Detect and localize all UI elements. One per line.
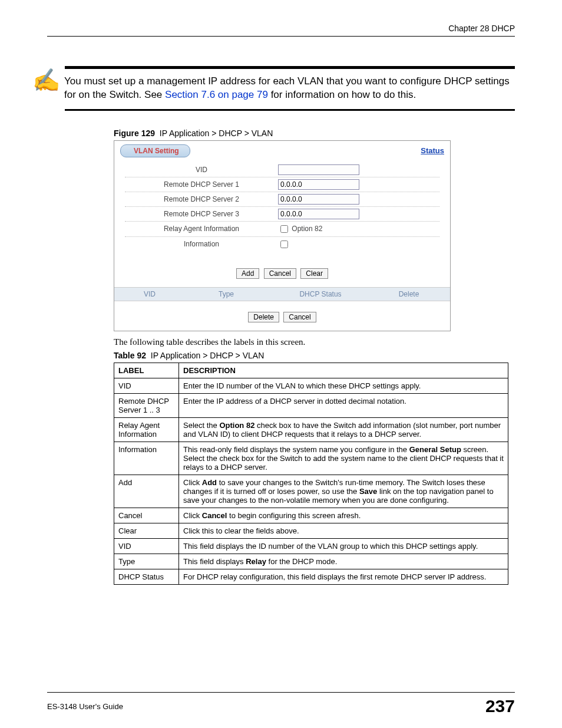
- cell-desc: Click Add to save your changes to the Sw…: [179, 475, 508, 508]
- status-link[interactable]: Status: [421, 146, 444, 155]
- panel-tab: VLAN Setting: [120, 144, 190, 157]
- cell-label: DHCP Status: [114, 569, 179, 584]
- info-checkbox[interactable]: [280, 241, 288, 248]
- delete-button[interactable]: Delete: [248, 312, 279, 322]
- server2-input[interactable]: [278, 194, 359, 205]
- cell-label: VID: [114, 378, 179, 393]
- description-table: LABEL DESCRIPTION VIDEnter the ID number…: [114, 363, 508, 585]
- table-row: AddClick Add to save your changes to the…: [114, 475, 508, 508]
- screenshot-panel: VLAN Setting Status VID Remote DHCP Serv…: [114, 140, 451, 331]
- cell-label: Remote DHCP Server 1 .. 3: [114, 393, 179, 417]
- cell-label: Cancel: [114, 508, 179, 523]
- footer-left: ES-3148 User's Guide: [47, 702, 123, 711]
- table-caption: Table 92 IP Application > DHCP > VLAN: [114, 351, 515, 360]
- cell-desc: For DHCP relay configuration, this field…: [179, 569, 508, 584]
- server3-input[interactable]: [278, 209, 359, 219]
- table-row: Relay Agent InformationSelect the Option…: [114, 417, 508, 442]
- cell-desc: Select the Option 82 check box to have t…: [179, 417, 508, 442]
- server1-input[interactable]: [278, 179, 359, 190]
- cell-label: Relay Agent Information: [114, 417, 179, 442]
- note-hand-icon: ✍: [32, 69, 60, 91]
- relay-label: Relay Agent Information: [125, 225, 278, 233]
- add-button[interactable]: Add: [236, 268, 259, 279]
- note-post: for information on how to do this.: [268, 89, 416, 100]
- figure-caption: Figure 129 IP Application > DHCP > VLAN: [114, 129, 515, 138]
- cell-desc: This field displays Relay for the DHCP m…: [179, 554, 508, 569]
- note-link[interactable]: Section 7.6 on page 79: [165, 89, 268, 100]
- th-label: LABEL: [114, 363, 179, 378]
- clear-button[interactable]: Clear: [300, 268, 328, 279]
- th-desc: DESCRIPTION: [179, 363, 508, 378]
- cell-desc: This read-only field displays the system…: [179, 442, 508, 475]
- option82-checkbox[interactable]: [280, 225, 288, 233]
- server1-label: Remote DHCP Server 1: [125, 180, 278, 189]
- cell-desc: Click this to clear the fields above.: [179, 523, 508, 538]
- option82-label: Option 82: [292, 225, 322, 233]
- note-block: ✍ You must set up a management IP addres…: [65, 66, 515, 111]
- th-type: Type: [185, 290, 267, 298]
- cell-desc: Enter the ID number of the VLAN to which…: [179, 378, 508, 393]
- page-footer: ES-3148 User's Guide 237: [47, 692, 515, 716]
- cell-label: Add: [114, 475, 179, 508]
- table-row: VIDEnter the ID number of the VLAN to wh…: [114, 378, 508, 393]
- table-row: DHCP StatusFor DHCP relay configuration,…: [114, 569, 508, 584]
- figure-number: Figure 129: [114, 129, 155, 138]
- cell-label: Type: [114, 554, 179, 569]
- cancel-button[interactable]: Cancel: [264, 268, 296, 279]
- page-number: 237: [485, 696, 515, 716]
- cancel2-button[interactable]: Cancel: [283, 312, 316, 322]
- note-text: You must set up a management IP address …: [64, 75, 515, 102]
- table-caption-text: IP Application > DHCP > VLAN: [151, 351, 264, 360]
- table-row: VIDThis field displays the ID number of …: [114, 538, 508, 554]
- cell-desc: This field displays the ID number of the…: [179, 538, 508, 554]
- th-delete: Delete: [373, 290, 444, 298]
- cell-label: Information: [114, 442, 179, 475]
- table-row: CancelClick Cancel to begin configuring …: [114, 508, 508, 523]
- vid-label: VID: [125, 166, 278, 174]
- vid-input[interactable]: [278, 164, 359, 175]
- server2-label: Remote DHCP Server 2: [125, 195, 278, 203]
- table-row: Remote DHCP Server 1 .. 3Enter the IP ad…: [114, 393, 508, 417]
- table-row: ClearClick this to clear the fields abov…: [114, 523, 508, 538]
- cell-desc: Enter the IP address of a DHCP server in…: [179, 393, 508, 417]
- th-dhcp-status: DHCP Status: [267, 290, 373, 298]
- figure-text: IP Application > DHCP > VLAN: [160, 129, 273, 138]
- cell-desc: Click Cancel to begin configuring this s…: [179, 508, 508, 523]
- th-vid: VID: [114, 290, 185, 298]
- table-row: InformationThis read-only field displays…: [114, 442, 508, 475]
- table-row: TypeThis field displays Relay for the DH…: [114, 554, 508, 569]
- chapter-header: Chapter 28 DHCP: [47, 24, 515, 37]
- table-number: Table 92: [114, 351, 146, 360]
- cell-label: VID: [114, 538, 179, 554]
- cell-label: Clear: [114, 523, 179, 538]
- info-label: Information: [125, 240, 278, 248]
- table-intro: The following table describes the labels…: [114, 337, 515, 347]
- server3-label: Remote DHCP Server 3: [125, 210, 278, 218]
